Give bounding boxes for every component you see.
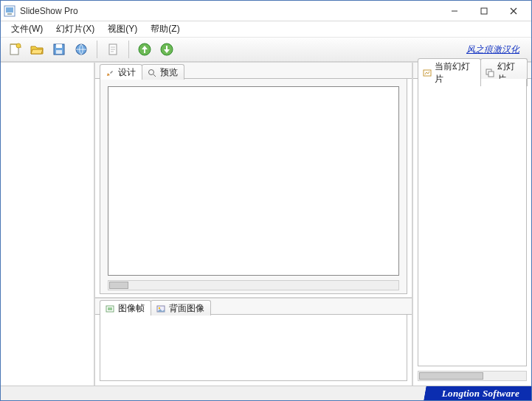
svg-point-5 xyxy=(16,43,21,48)
minimize-button[interactable] xyxy=(440,2,469,20)
svg-rect-3 xyxy=(481,8,487,14)
scrollbar-thumb[interactable] xyxy=(109,282,128,289)
window-controls xyxy=(440,2,528,20)
open-button[interactable] xyxy=(27,40,46,59)
tab-current-slide[interactable]: 当前幻灯片 xyxy=(418,58,481,86)
right-tabstrip: 当前幻灯片 幻灯片 xyxy=(413,63,531,79)
svg-rect-20 xyxy=(488,72,494,77)
toolbar-right: 风之痕激汉化 xyxy=(466,43,527,56)
design-icon xyxy=(105,68,115,78)
svg-point-17 xyxy=(159,307,160,308)
tab-design[interactable]: 设计 xyxy=(100,64,142,80)
close-button[interactable] xyxy=(499,2,528,20)
client-area: 设计 预览 xyxy=(1,62,531,386)
vendor-label: Longtion Software xyxy=(430,386,531,400)
menu-slide[interactable]: 幻灯片(X) xyxy=(50,21,100,37)
svg-rect-1 xyxy=(6,7,13,13)
center-tabstrip: 设计 预览 xyxy=(95,63,412,79)
slide-canvas[interactable] xyxy=(108,86,399,276)
magnifier-icon xyxy=(147,68,157,78)
canvas-hscrollbar[interactable] xyxy=(108,280,399,290)
tab-design-label: 设计 xyxy=(118,66,136,79)
center-column: 设计 预览 xyxy=(95,63,413,386)
move-down-button[interactable] xyxy=(157,40,176,59)
slides-icon xyxy=(486,68,494,78)
save-button[interactable] xyxy=(49,40,69,59)
new-button[interactable] xyxy=(5,40,24,59)
right-hscrollbar[interactable] xyxy=(418,371,527,381)
tab-current-slide-label: 当前幻灯片 xyxy=(435,60,474,86)
document-button[interactable] xyxy=(103,40,122,59)
menu-view[interactable]: 视图(Y) xyxy=(102,21,143,37)
right-panel-body[interactable] xyxy=(418,79,527,366)
toolbar-separator xyxy=(97,41,97,58)
titlebar: SlideShow Pro xyxy=(1,1,531,21)
tab-back-image-label: 背面图像 xyxy=(169,302,204,315)
menu-help[interactable]: 帮助(Z) xyxy=(145,21,185,37)
menu-file[interactable]: 文件(W) xyxy=(5,21,49,37)
design-canvas-area xyxy=(100,79,407,294)
tab-preview-label: 预览 xyxy=(160,66,178,79)
svg-rect-7 xyxy=(56,44,62,48)
back-image-icon xyxy=(156,304,166,314)
bottom-tabstrip: 图像帧 背面图像 xyxy=(95,299,412,315)
tab-image-frames-label: 图像帧 xyxy=(118,302,145,315)
right-panel: 当前幻灯片 幻灯片 xyxy=(413,63,531,386)
svg-rect-2 xyxy=(7,13,12,15)
app-title: SlideShow Pro xyxy=(20,6,440,16)
frames-icon xyxy=(105,304,115,314)
credits-link[interactable]: 风之痕激汉化 xyxy=(466,44,519,55)
tab-preview[interactable]: 预览 xyxy=(142,64,184,80)
export-button[interactable] xyxy=(72,40,91,59)
statusbar: Longtion Software xyxy=(1,386,531,400)
tab-back-image[interactable]: 背面图像 xyxy=(151,300,211,315)
menubar: 文件(W) 幻灯片(X) 视图(Y) 帮助(Z) xyxy=(1,21,531,38)
toolbar-separator xyxy=(128,41,129,58)
bottom-panel: 图像帧 背面图像 xyxy=(95,297,412,386)
svg-rect-15 xyxy=(108,307,112,310)
tab-image-frames[interactable]: 图像帧 xyxy=(100,300,151,315)
current-slide-icon xyxy=(423,68,432,78)
left-panel xyxy=(1,63,95,386)
image-frames-body[interactable] xyxy=(100,315,407,381)
svg-rect-8 xyxy=(56,50,62,54)
scrollbar-thumb[interactable] xyxy=(419,372,483,380)
svg-point-13 xyxy=(149,69,154,74)
app-window: SlideShow Pro 文件(W) 幻灯片(X) 视图(Y) 帮助(Z) xyxy=(0,0,532,401)
maximize-button[interactable] xyxy=(469,2,499,20)
app-icon xyxy=(4,5,15,17)
move-up-button[interactable] xyxy=(135,40,154,59)
